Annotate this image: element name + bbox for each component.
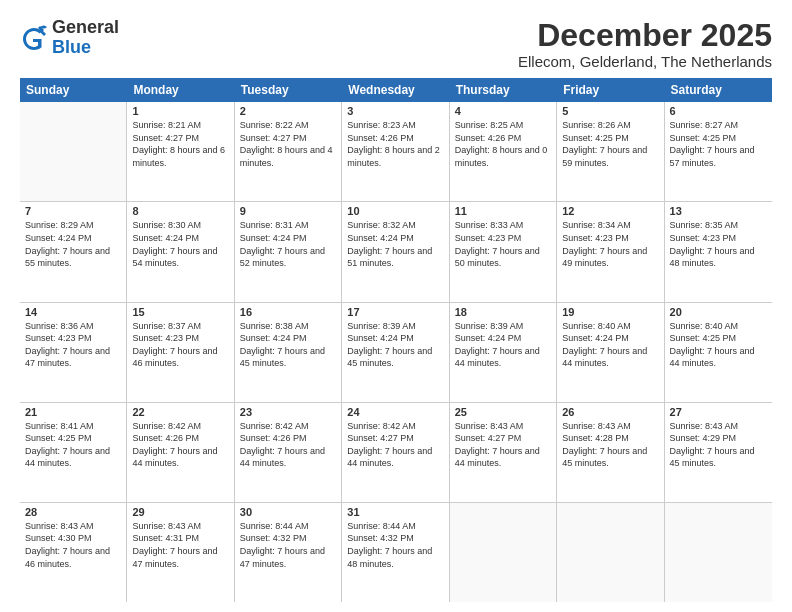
cell-info: Sunrise: 8:29 AMSunset: 4:24 PMDaylight:… xyxy=(25,220,110,268)
cell-info: Sunrise: 8:33 AMSunset: 4:23 PMDaylight:… xyxy=(455,220,540,268)
day-number: 19 xyxy=(562,306,658,318)
logo-text: General Blue xyxy=(52,18,119,58)
cell-info: Sunrise: 8:32 AMSunset: 4:24 PMDaylight:… xyxy=(347,220,432,268)
cell-info: Sunrise: 8:36 AMSunset: 4:23 PMDaylight:… xyxy=(25,321,110,369)
day-number: 25 xyxy=(455,406,551,418)
cell-w0-d3: 3 Sunrise: 8:23 AMSunset: 4:26 PMDayligh… xyxy=(342,102,449,201)
cell-w1-d3: 10 Sunrise: 8:32 AMSunset: 4:24 PMDaylig… xyxy=(342,202,449,301)
day-number: 13 xyxy=(670,205,767,217)
day-number: 2 xyxy=(240,105,336,117)
week-row-0: 1 Sunrise: 8:21 AMSunset: 4:27 PMDayligh… xyxy=(20,102,772,202)
cell-info: Sunrise: 8:43 AMSunset: 4:30 PMDaylight:… xyxy=(25,521,110,569)
cell-info: Sunrise: 8:43 AMSunset: 4:29 PMDaylight:… xyxy=(670,421,755,469)
cell-info: Sunrise: 8:35 AMSunset: 4:23 PMDaylight:… xyxy=(670,220,755,268)
cell-info: Sunrise: 8:22 AMSunset: 4:27 PMDaylight:… xyxy=(240,120,333,168)
cell-info: Sunrise: 8:37 AMSunset: 4:23 PMDaylight:… xyxy=(132,321,217,369)
day-number: 15 xyxy=(132,306,228,318)
day-number: 3 xyxy=(347,105,443,117)
cell-w4-d6 xyxy=(665,503,772,602)
cell-info: Sunrise: 8:39 AMSunset: 4:24 PMDaylight:… xyxy=(455,321,540,369)
day-number: 9 xyxy=(240,205,336,217)
cell-w1-d1: 8 Sunrise: 8:30 AMSunset: 4:24 PMDayligh… xyxy=(127,202,234,301)
cell-info: Sunrise: 8:34 AMSunset: 4:23 PMDaylight:… xyxy=(562,220,647,268)
day-number: 10 xyxy=(347,205,443,217)
cell-w4-d3: 31 Sunrise: 8:44 AMSunset: 4:32 PMDaylig… xyxy=(342,503,449,602)
cell-info: Sunrise: 8:40 AMSunset: 4:24 PMDaylight:… xyxy=(562,321,647,369)
cell-info: Sunrise: 8:44 AMSunset: 4:32 PMDaylight:… xyxy=(240,521,325,569)
cell-info: Sunrise: 8:43 AMSunset: 4:27 PMDaylight:… xyxy=(455,421,540,469)
day-number: 29 xyxy=(132,506,228,518)
weekday-tuesday: Tuesday xyxy=(235,78,342,102)
cell-w2-d6: 20 Sunrise: 8:40 AMSunset: 4:25 PMDaylig… xyxy=(665,303,772,402)
day-number: 26 xyxy=(562,406,658,418)
day-number: 4 xyxy=(455,105,551,117)
cell-w2-d4: 18 Sunrise: 8:39 AMSunset: 4:24 PMDaylig… xyxy=(450,303,557,402)
day-number: 8 xyxy=(132,205,228,217)
cell-info: Sunrise: 8:30 AMSunset: 4:24 PMDaylight:… xyxy=(132,220,217,268)
header: General Blue December 2025 Ellecom, Geld… xyxy=(20,18,772,70)
title-block: December 2025 Ellecom, Gelderland, The N… xyxy=(518,18,772,70)
cell-w2-d0: 14 Sunrise: 8:36 AMSunset: 4:23 PMDaylig… xyxy=(20,303,127,402)
cell-info: Sunrise: 8:41 AMSunset: 4:25 PMDaylight:… xyxy=(25,421,110,469)
weekday-wednesday: Wednesday xyxy=(342,78,449,102)
calendar-header: Sunday Monday Tuesday Wednesday Thursday… xyxy=(20,78,772,102)
day-number: 7 xyxy=(25,205,121,217)
cell-w3-d1: 22 Sunrise: 8:42 AMSunset: 4:26 PMDaylig… xyxy=(127,403,234,502)
cell-info: Sunrise: 8:42 AMSunset: 4:26 PMDaylight:… xyxy=(240,421,325,469)
weekday-monday: Monday xyxy=(127,78,234,102)
weekday-thursday: Thursday xyxy=(450,78,557,102)
cell-info: Sunrise: 8:43 AMSunset: 4:31 PMDaylight:… xyxy=(132,521,217,569)
cell-w3-d3: 24 Sunrise: 8:42 AMSunset: 4:27 PMDaylig… xyxy=(342,403,449,502)
week-row-1: 7 Sunrise: 8:29 AMSunset: 4:24 PMDayligh… xyxy=(20,202,772,302)
cell-w4-d2: 30 Sunrise: 8:44 AMSunset: 4:32 PMDaylig… xyxy=(235,503,342,602)
logo: General Blue xyxy=(20,18,119,58)
cell-w2-d1: 15 Sunrise: 8:37 AMSunset: 4:23 PMDaylig… xyxy=(127,303,234,402)
cell-info: Sunrise: 8:44 AMSunset: 4:32 PMDaylight:… xyxy=(347,521,432,569)
cell-w1-d2: 9 Sunrise: 8:31 AMSunset: 4:24 PMDayligh… xyxy=(235,202,342,301)
cell-w3-d0: 21 Sunrise: 8:41 AMSunset: 4:25 PMDaylig… xyxy=(20,403,127,502)
logo-icon xyxy=(20,24,48,52)
calendar-body: 1 Sunrise: 8:21 AMSunset: 4:27 PMDayligh… xyxy=(20,102,772,602)
cell-w1-d4: 11 Sunrise: 8:33 AMSunset: 4:23 PMDaylig… xyxy=(450,202,557,301)
cell-info: Sunrise: 8:31 AMSunset: 4:24 PMDaylight:… xyxy=(240,220,325,268)
cell-info: Sunrise: 8:26 AMSunset: 4:25 PMDaylight:… xyxy=(562,120,647,168)
weekday-friday: Friday xyxy=(557,78,664,102)
logo-blue-label: Blue xyxy=(52,38,119,58)
day-number: 1 xyxy=(132,105,228,117)
day-number: 27 xyxy=(670,406,767,418)
weekday-saturday: Saturday xyxy=(665,78,772,102)
logo-general-label: General xyxy=(52,18,119,38)
day-number: 22 xyxy=(132,406,228,418)
day-number: 18 xyxy=(455,306,551,318)
cell-w0-d4: 4 Sunrise: 8:25 AMSunset: 4:26 PMDayligh… xyxy=(450,102,557,201)
cell-w0-d2: 2 Sunrise: 8:22 AMSunset: 4:27 PMDayligh… xyxy=(235,102,342,201)
cell-w4-d0: 28 Sunrise: 8:43 AMSunset: 4:30 PMDaylig… xyxy=(20,503,127,602)
day-number: 6 xyxy=(670,105,767,117)
week-row-2: 14 Sunrise: 8:36 AMSunset: 4:23 PMDaylig… xyxy=(20,303,772,403)
cell-w1-d6: 13 Sunrise: 8:35 AMSunset: 4:23 PMDaylig… xyxy=(665,202,772,301)
day-number: 31 xyxy=(347,506,443,518)
cell-info: Sunrise: 8:42 AMSunset: 4:26 PMDaylight:… xyxy=(132,421,217,469)
cell-w0-d6: 6 Sunrise: 8:27 AMSunset: 4:25 PMDayligh… xyxy=(665,102,772,201)
day-number: 17 xyxy=(347,306,443,318)
cell-info: Sunrise: 8:25 AMSunset: 4:26 PMDaylight:… xyxy=(455,120,548,168)
cell-w0-d1: 1 Sunrise: 8:21 AMSunset: 4:27 PMDayligh… xyxy=(127,102,234,201)
cell-w3-d6: 27 Sunrise: 8:43 AMSunset: 4:29 PMDaylig… xyxy=(665,403,772,502)
day-number: 28 xyxy=(25,506,121,518)
month-title: December 2025 xyxy=(518,18,772,53)
cell-w4-d5 xyxy=(557,503,664,602)
page: General Blue December 2025 Ellecom, Geld… xyxy=(0,0,792,612)
week-row-3: 21 Sunrise: 8:41 AMSunset: 4:25 PMDaylig… xyxy=(20,403,772,503)
cell-info: Sunrise: 8:27 AMSunset: 4:25 PMDaylight:… xyxy=(670,120,755,168)
day-number: 30 xyxy=(240,506,336,518)
day-number: 14 xyxy=(25,306,121,318)
cell-info: Sunrise: 8:43 AMSunset: 4:28 PMDaylight:… xyxy=(562,421,647,469)
cell-w3-d4: 25 Sunrise: 8:43 AMSunset: 4:27 PMDaylig… xyxy=(450,403,557,502)
cell-w2-d2: 16 Sunrise: 8:38 AMSunset: 4:24 PMDaylig… xyxy=(235,303,342,402)
week-row-4: 28 Sunrise: 8:43 AMSunset: 4:30 PMDaylig… xyxy=(20,503,772,602)
day-number: 11 xyxy=(455,205,551,217)
day-number: 20 xyxy=(670,306,767,318)
calendar: Sunday Monday Tuesday Wednesday Thursday… xyxy=(20,78,772,602)
location-title: Ellecom, Gelderland, The Netherlands xyxy=(518,53,772,70)
cell-w4-d1: 29 Sunrise: 8:43 AMSunset: 4:31 PMDaylig… xyxy=(127,503,234,602)
